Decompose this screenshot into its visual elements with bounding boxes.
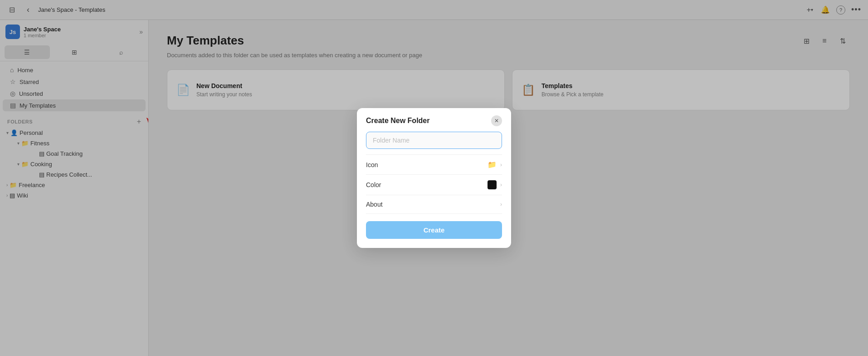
modal-row-about-label: About xyxy=(366,201,383,208)
modal-header: Create New Folder ✕ xyxy=(357,108,511,132)
color-swatch xyxy=(488,180,497,189)
modal-row-color-label: Color xyxy=(366,181,381,188)
modal-title: Create New Folder xyxy=(366,117,429,125)
modal-row-icon-label: Icon xyxy=(366,161,378,168)
modal-row-icon-right: 📁 › xyxy=(488,160,502,169)
icon-preview: 📁 xyxy=(488,160,497,169)
modal-close-button[interactable]: ✕ xyxy=(491,115,502,126)
chevron-right-icon: › xyxy=(500,182,502,188)
modal-overlay[interactable]: Create New Folder ✕ Icon 📁 › Color › xyxy=(0,0,868,356)
modal-body: Icon 📁 › Color › About › xyxy=(357,132,511,248)
chevron-right-icon: › xyxy=(500,162,502,168)
modal-row-color[interactable]: Color › xyxy=(366,174,502,195)
modal-row-icon[interactable]: Icon 📁 › xyxy=(366,154,502,174)
create-folder-modal: Create New Folder ✕ Icon 📁 › Color › xyxy=(357,108,511,248)
modal-row-about[interactable]: About › xyxy=(366,195,502,214)
create-folder-button[interactable]: Create xyxy=(366,221,502,239)
close-icon: ✕ xyxy=(494,118,499,124)
folder-name-input[interactable] xyxy=(366,132,502,149)
modal-row-color-right: › xyxy=(488,180,502,189)
modal-row-about-right: › xyxy=(500,201,502,208)
chevron-right-icon: › xyxy=(500,201,502,208)
